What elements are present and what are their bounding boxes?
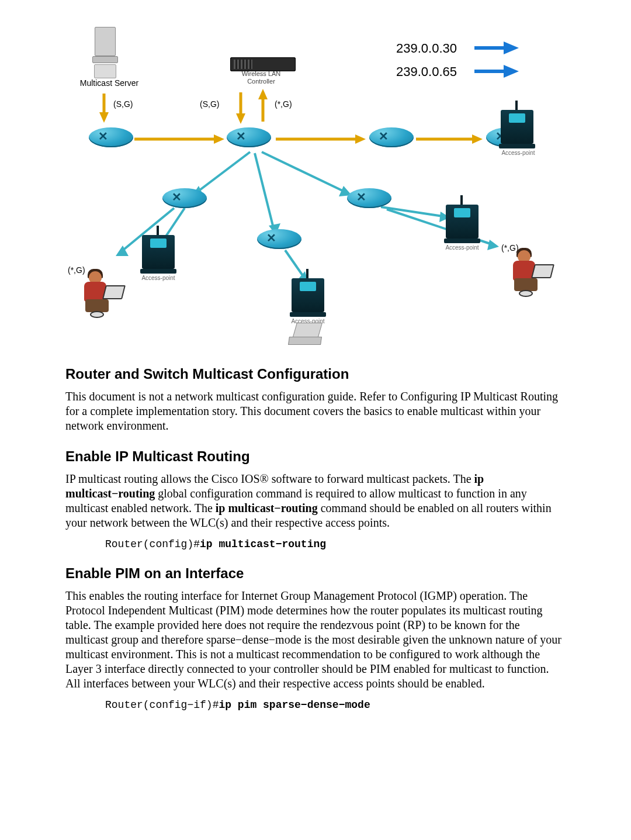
- svg-marker-15: [504, 65, 519, 78]
- multicast-server: [92, 27, 117, 77]
- server-label: Multicast Server: [77, 78, 141, 88]
- sg-label-2: (S,G): [200, 99, 219, 109]
- mcast-addr-2: 239.0.0.65: [396, 64, 457, 79]
- ap-label-4: Access-point: [441, 244, 484, 290]
- router-1: x: [89, 127, 133, 152]
- access-point-4: [444, 196, 480, 242]
- wireless-lan-controller: [230, 57, 296, 71]
- svg-marker-5: [236, 113, 245, 124]
- sg-label-1: (S,G): [113, 99, 133, 109]
- laptop-icon: [289, 323, 323, 345]
- svg-marker-3: [214, 134, 224, 144]
- section-heading-enable-pim: Enable PIM on an Interface: [65, 565, 566, 582]
- svg-marker-9: [355, 134, 366, 144]
- user-left: [81, 271, 123, 318]
- access-point-1: [499, 102, 535, 147]
- svg-line-20: [262, 152, 345, 192]
- svg-marker-31: [487, 240, 499, 250]
- section2-paragraph: IP multicast routing allows the Cisco IO…: [65, 472, 566, 530]
- ap-label-1: Access-point: [498, 150, 539, 195]
- section3-paragraph: This enables the routing interface for I…: [65, 589, 566, 691]
- svg-line-16: [197, 152, 250, 192]
- svg-marker-7: [258, 89, 268, 99]
- router-3: x: [369, 127, 414, 152]
- router-2: x: [227, 127, 271, 152]
- svg-line-18: [255, 153, 273, 228]
- section-heading-enable-ip-multicast: Enable IP Multicast Routing: [65, 448, 566, 465]
- access-point-3: [290, 270, 326, 316]
- svg-marker-11: [472, 134, 483, 144]
- svg-marker-13: [504, 42, 519, 54]
- mcast-addr-1: 239.0.0.30: [396, 41, 457, 56]
- svg-marker-1: [99, 112, 109, 123]
- code-ip-multicast-routing: Router(config)#ip multicast−routing: [105, 538, 566, 550]
- router-6: x: [257, 229, 301, 254]
- network-diagram: Multicast Server Wireless LANController …: [65, 23, 566, 351]
- section-heading-router-switch: Router and Switch Multicast Configuratio…: [65, 366, 566, 382]
- router-5: x: [162, 188, 207, 213]
- ap-label-2: Access-point: [137, 275, 180, 320]
- user-right: [509, 250, 552, 297]
- code-ip-pim: Router(config−if)#ip pim sparse−dense−mo…: [105, 699, 566, 711]
- star-g-top: (*,G): [275, 99, 292, 109]
- access-point-2: [140, 227, 176, 272]
- wlc-label: Wireless LANController: [229, 70, 293, 85]
- section1-paragraph: This document is not a network multicast…: [65, 389, 566, 433]
- router-7: x: [347, 188, 391, 213]
